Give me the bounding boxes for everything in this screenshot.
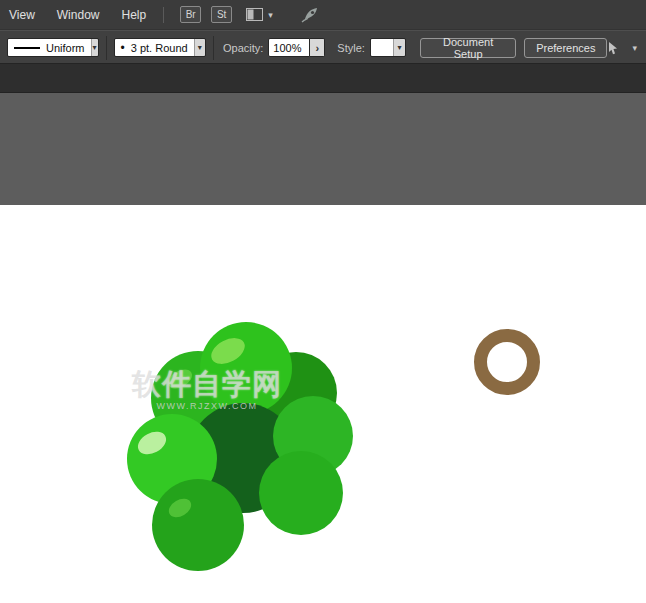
pasteboard [0,93,646,205]
menu-view[interactable]: View [6,0,46,29]
artboard-canvas-svg[interactable] [0,205,646,603]
illustration-circle[interactable] [152,479,244,571]
stroke-profile-field[interactable]: Uniform [8,39,91,56]
document-setup-button[interactable]: Document Setup [420,38,516,58]
menu-bar: View Window Help Br St ▾ [0,0,646,30]
menu-separator [163,7,164,23]
tool-cursor-icon[interactable] [607,41,622,55]
brush-dot-icon: • [121,41,125,55]
chevron-down-icon[interactable]: ▾ [632,43,637,53]
chevron-down-icon[interactable]: ▾ [194,39,205,56]
stroke-profile-value: Uniform [46,42,85,54]
style-dropdown[interactable]: ▾ [370,38,406,57]
illustration-circle[interactable] [259,451,343,535]
control-bar: Uniform ▾ • 3 pt. Round ▾ Opacity: › Sty… [0,30,646,64]
bridge-icon[interactable]: Br [180,6,201,23]
workspace-switcher-icon[interactable] [246,8,263,21]
brush-definition-field[interactable]: • 3 pt. Round [115,39,194,56]
opacity-menu-arrow-icon[interactable]: › [310,38,325,57]
artboard[interactable]: 软件自学网 WWW.RJZXW.COM [0,205,646,603]
gpu-performance-rocket-icon[interactable] [301,7,319,23]
chevron-down-icon[interactable]: ▾ [393,39,405,56]
stroke-preview-line [14,47,40,49]
control-separator [213,36,214,60]
style-label[interactable]: Style: [337,42,365,54]
style-field[interactable] [371,39,393,56]
chevron-down-icon[interactable]: ▾ [268,10,273,20]
chevron-down-icon[interactable]: ▾ [91,39,98,56]
brush-definition-value: 3 pt. Round [131,42,188,54]
brush-definition-dropdown[interactable]: • 3 pt. Round ▾ [114,38,207,57]
ring-shape[interactable] [481,336,534,389]
preferences-button[interactable]: Preferences [524,38,607,58]
illustration-circle[interactable] [200,322,292,414]
stroke-profile-dropdown[interactable]: Uniform ▾ [7,38,99,57]
opacity-control: › [268,38,325,57]
opacity-input[interactable] [268,38,310,57]
control-separator [106,36,107,60]
opacity-label[interactable]: Opacity: [223,42,263,54]
menu-help[interactable]: Help [110,0,157,29]
stock-icon[interactable]: St [211,6,232,23]
control-bar-right-group: ▾ [607,41,639,55]
menu-window[interactable]: Window [46,0,111,29]
document-area-top [0,64,646,93]
